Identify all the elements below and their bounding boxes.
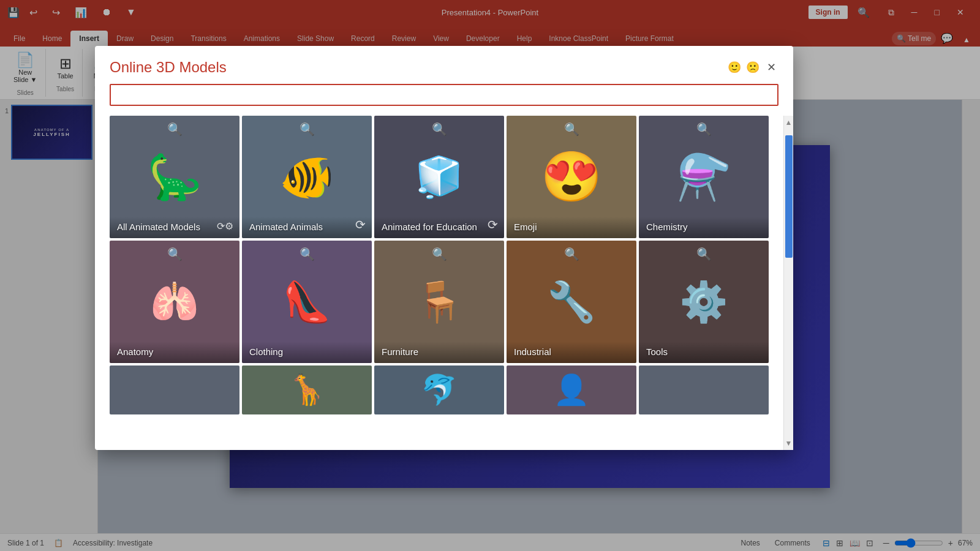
modal-overlay: Online 3D Models 🙂 🙁 ✕ 🦕 bbox=[0, 0, 980, 551]
card-emoji[interactable]: 😍 🔍 Emoji bbox=[507, 116, 636, 238]
modal-close-button[interactable]: ✕ bbox=[764, 58, 778, 77]
model-grid: 🦕 🔍 All Animated Models ⟳⚙ 🐠 🔍 Animated … bbox=[95, 116, 783, 450]
modal-scrollbar: ▲ ▼ bbox=[783, 116, 793, 450]
3d-models-modal: Online 3D Models 🙂 🙁 ✕ 🦕 bbox=[95, 46, 793, 450]
card-all-animated[interactable]: 🦕 🔍 All Animated Models ⟳⚙ bbox=[110, 116, 239, 238]
card-partial-3[interactable]: 🐬 bbox=[374, 365, 504, 414]
3d-icon-education: ⟳ bbox=[488, 217, 498, 232]
3d-icon-animated-animals: ⟳ bbox=[355, 217, 366, 232]
card-label-animated-education: Animated for Education bbox=[374, 217, 504, 238]
card-clothing[interactable]: 👠 🔍 Clothing bbox=[242, 241, 372, 363]
card-bg-p1 bbox=[110, 365, 239, 414]
card-chemistry[interactable]: ⚗️ 🔍 Chemistry bbox=[639, 116, 769, 238]
card-label-furniture: Furniture bbox=[374, 342, 504, 363]
card-animated-animals[interactable]: 🐠 🔍 Animated Animals ⟳ bbox=[242, 116, 372, 238]
search-icon-all-animated: 🔍 bbox=[167, 122, 183, 137]
scroll-down-btn[interactable]: ▼ bbox=[783, 437, 793, 450]
card-partial-1[interactable] bbox=[110, 365, 239, 414]
modal-search-section bbox=[110, 84, 778, 106]
search-icon-clothing: 🔍 bbox=[300, 247, 315, 261]
card-label-animated-animals: Animated Animals bbox=[242, 217, 372, 238]
model-grid-row3: 🦒 🐬 👤 bbox=[110, 365, 769, 414]
emoji-sad-btn[interactable]: 🙁 bbox=[746, 61, 760, 74]
modal-header-buttons: 🙂 🙁 ✕ bbox=[728, 58, 778, 77]
scroll-up-btn[interactable]: ▲ bbox=[783, 116, 793, 129]
card-furniture[interactable]: 🪑 🔍 Furniture bbox=[374, 241, 504, 363]
search-icon-anatomy: 🔍 bbox=[167, 247, 183, 261]
card-animated-education[interactable]: 🧊 🔍 Animated for Education ⟳ bbox=[374, 116, 504, 238]
model-grid-row1: 🦕 🔍 All Animated Models ⟳⚙ 🐠 🔍 Animated … bbox=[110, 116, 769, 238]
search-icon-furniture: 🔍 bbox=[432, 247, 447, 261]
scroll-track bbox=[784, 129, 793, 437]
card-label-industrial: Industrial bbox=[507, 342, 636, 363]
scroll-thumb[interactable] bbox=[785, 135, 793, 258]
card-partial-4[interactable]: 👤 bbox=[507, 365, 636, 414]
card-label-chemistry: Chemistry bbox=[639, 217, 769, 238]
model-grid-row2: 🫁 🔍 Anatomy 👠 🔍 Clothing bbox=[110, 241, 769, 363]
search-icon-emoji: 🔍 bbox=[564, 122, 579, 137]
search-icon-tools: 🔍 bbox=[696, 247, 712, 261]
modal-title: Online 3D Models bbox=[110, 59, 227, 76]
card-partial-5[interactable] bbox=[639, 365, 769, 414]
card-label-clothing: Clothing bbox=[242, 342, 372, 363]
3d-icon-all-animated: ⟳⚙ bbox=[217, 220, 233, 232]
card-partial-2[interactable]: 🦒 bbox=[242, 365, 372, 414]
card-label-anatomy: Anatomy bbox=[110, 342, 239, 363]
card-industrial[interactable]: 🔧 🔍 Industrial bbox=[507, 241, 636, 363]
card-bg-p3: 🐬 bbox=[374, 365, 504, 414]
card-label-emoji: Emoji bbox=[507, 217, 636, 238]
emoji-happy-btn[interactable]: 🙂 bbox=[728, 61, 741, 74]
card-label-tools: Tools bbox=[639, 342, 769, 363]
modal-body: 🦕 🔍 All Animated Models ⟳⚙ 🐠 🔍 Animated … bbox=[95, 116, 793, 450]
card-bg-p2: 🦒 bbox=[242, 365, 372, 414]
search-icon-industrial: 🔍 bbox=[564, 247, 579, 261]
card-anatomy[interactable]: 🫁 🔍 Anatomy bbox=[110, 241, 239, 363]
model-search-input[interactable] bbox=[110, 84, 778, 106]
card-bg-p4: 👤 bbox=[507, 365, 636, 414]
modal-header: Online 3D Models 🙂 🙁 ✕ bbox=[95, 46, 793, 84]
card-tools[interactable]: ⚙️ 🔍 Tools bbox=[639, 241, 769, 363]
search-icon-animated-education: 🔍 bbox=[432, 122, 447, 137]
search-icon-chemistry: 🔍 bbox=[696, 122, 712, 137]
card-bg-p5 bbox=[639, 365, 769, 414]
search-icon-animated-animals: 🔍 bbox=[300, 122, 315, 137]
